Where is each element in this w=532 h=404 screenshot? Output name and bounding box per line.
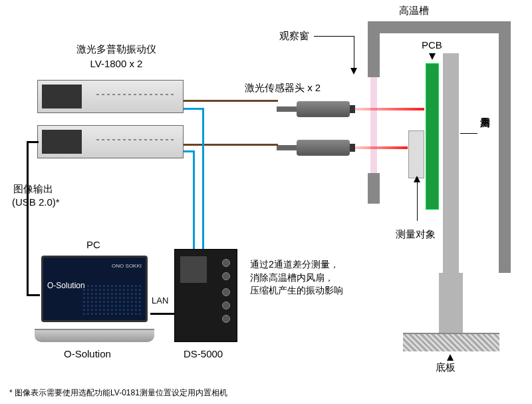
label-sensor-heads: 激光传感器头 x 2 [245,81,321,95]
chamber-frame-top [368,21,511,33]
cable-blue-1a [184,108,202,110]
base-plate [403,333,499,351]
label-meas-obj: 测量对象 [396,228,436,241]
label-pcb: PCB [422,39,442,52]
fixture-column [443,53,459,273]
ds5000-port-3 [222,288,230,296]
pcb-board [426,63,439,210]
cable-usb-h1 [27,141,39,143]
observation-window [370,77,377,173]
ds5000-port-4 [222,302,230,309]
cable-sensor-1 [184,100,278,102]
callout-measobj-v [417,181,418,221]
fixture-post [439,273,463,333]
measurement-object [408,130,424,178]
cable-blue-1b [202,108,204,260]
laptop-screen: ONO SOKKI O-Solution [41,256,148,322]
label-chamber: 高温槽 [399,4,429,17]
label-lan: LAN [152,296,168,307]
label-image-out-2: (USB 2.0)* [12,196,60,209]
callout-fixture [460,133,477,134]
description-block: 通过2通道差分测量， 消除高温槽内风扇， 压缩机产生的振动影响 [250,258,343,298]
callout-window-h [314,36,354,37]
cable-sensor-2 [184,144,278,146]
laser-sensor-head-1 [297,101,350,117]
cable-usb-v [27,142,29,296]
laptop-base [35,329,154,342]
label-ds5000: DS-5000 [184,347,223,361]
laptop: ONO SOKKI O-Solution [35,256,154,342]
laser-sensor-head-2 [297,140,350,156]
ds5000-unit [174,249,237,342]
footnote: * 图像表示需要使用选配功能LV-0181测量位置设定用内置相机 [9,387,227,399]
chamber-frame-left-upper [368,33,380,77]
arrow-window [350,68,357,75]
label-image-out-1: 图像输出 [13,182,53,196]
arrow-pcb [429,53,436,60]
ds5000-port-5 [222,315,230,323]
desc-line-2: 消除高温槽内风扇， [250,272,343,285]
ds5000-screen [180,256,207,283]
label-base: 底板 [436,361,456,374]
lv1800-unit-1 [37,80,184,113]
label-vibrometer-title: 激光多普勒振动仪 [60,43,173,56]
label-window: 观察窗 [279,29,309,43]
cable-blue-2a [184,150,193,152]
ds5000-port-1 [222,259,230,267]
diagram-canvas: ONO SOKKI O-Solution 高温槽 观察窗 激光多普勒振动仪 LV… [0,0,532,404]
laptop-brand: ONO SOKKI [47,263,142,269]
label-vibrometer-model: LV-1800 x 2 [60,57,173,71]
chamber-frame-right [499,33,511,273]
laser-beam-2 [354,146,408,149]
laptop-waveform-graphic [83,283,143,316]
callout-window-v [354,36,354,69]
lv1800-unit-2 [37,125,184,158]
label-osolution: O-Solution [64,347,111,361]
desc-line-1: 通过2通道差分测量， [250,258,343,272]
laser-beam-1 [354,108,424,110]
arrow-measobj [414,176,420,182]
ds5000-port-2 [222,272,230,280]
arrow-base [447,354,454,361]
label-pc: PC [86,238,100,252]
chamber-frame-left-lower [368,173,380,204]
desc-line-3: 压缩机产生的振动影响 [250,284,343,298]
